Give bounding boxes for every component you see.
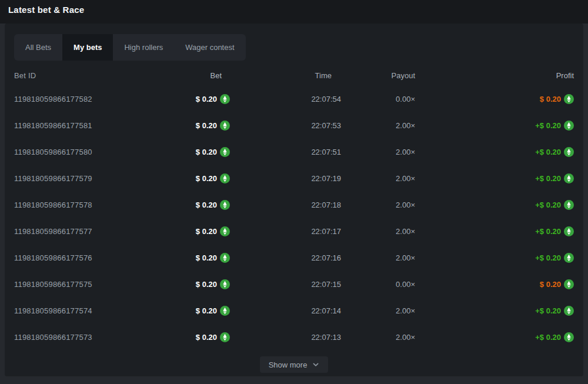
bet-id-cell: 119818059866177576: [14, 253, 155, 262]
column-header-profit: Profit: [415, 71, 574, 80]
payout-cell: 2.00×: [341, 253, 415, 262]
payout-cell: 2.00×: [341, 201, 415, 209]
show-more-button[interactable]: Show more: [260, 356, 329, 373]
time-cell: 22:07:17: [230, 227, 341, 236]
eth-coin-icon: [220, 200, 230, 210]
bet-id-cell: 119818059866177574: [14, 306, 155, 315]
bet-cell: $ 0.20: [155, 253, 230, 263]
table-row[interactable]: 119818059866177575 $ 0.20 22:07:15 0.00×…: [14, 271, 574, 298]
top-header: Latest bet & Race: [0, 0, 588, 24]
eth-coin-icon: [564, 200, 574, 210]
bet-cell: $ 0.20: [155, 279, 230, 289]
bet-cell: $ 0.20: [155, 173, 230, 183]
bet-amount: $ 0.20: [196, 253, 217, 262]
bet-cell: $ 0.20: [155, 94, 230, 104]
time-cell: 22:07:14: [230, 306, 341, 315]
table-row[interactable]: 119818059866177582 $ 0.20 22:07:54 0.00×…: [14, 86, 574, 112]
bet-id-cell: 119818059866177581: [14, 121, 155, 130]
profit-amount: +$ 0.20: [535, 227, 561, 236]
bet-id-cell: 119818059866177573: [14, 333, 155, 342]
eth-coin-icon: [220, 332, 230, 342]
bet-amount: $ 0.20: [196, 121, 217, 130]
profit-cell: +$ 0.20: [415, 200, 574, 210]
eth-coin-icon: [220, 94, 230, 104]
time-cell: 22:07:53: [230, 121, 341, 130]
column-header-time: Time: [230, 71, 341, 80]
profit-cell: +$ 0.20: [415, 226, 574, 236]
bet-id-cell: 119818059866177579: [14, 174, 155, 183]
eth-coin-icon: [564, 279, 574, 289]
tab-label: All Bets: [25, 43, 51, 52]
payout-cell: 2.00×: [341, 174, 415, 183]
eth-coin-icon: [564, 173, 574, 183]
eth-coin-icon: [564, 147, 574, 157]
time-cell: 22:07:54: [230, 95, 341, 103]
column-header-payout: Payout: [341, 71, 415, 80]
bets-tabbar: All Bets My bets High rollers Wager cont…: [14, 34, 246, 61]
bet-amount: $ 0.20: [196, 333, 217, 342]
latest-bets-panel: All Bets My bets High rollers Wager cont…: [5, 24, 583, 376]
profit-cell: +$ 0.20: [415, 253, 574, 263]
chevron-down-icon: [312, 361, 319, 368]
bet-id-cell: 119818059866177580: [14, 148, 155, 156]
profit-cell: +$ 0.20: [415, 332, 574, 342]
tab-wager-contest[interactable]: Wager contest: [174, 34, 245, 61]
table-row[interactable]: 119818059866177573 $ 0.20 22:07:13 2.00×…: [14, 324, 574, 350]
payout-cell: 0.00×: [341, 95, 415, 103]
profit-amount: +$ 0.20: [535, 306, 561, 315]
payout-cell: 2.00×: [341, 121, 415, 130]
table-row[interactable]: 119818059866177579 $ 0.20 22:07:19 2.00×…: [14, 165, 574, 192]
tab-label: Wager contest: [185, 43, 234, 52]
bet-id-cell: 119818059866177578: [14, 201, 155, 209]
bets-table-body: 119818059866177582 $ 0.20 22:07:54 0.00×…: [14, 86, 574, 350]
time-cell: 22:07:13: [230, 333, 341, 342]
profit-cell: +$ 0.20: [415, 306, 574, 316]
eth-coin-icon: [220, 253, 230, 263]
time-cell: 22:07:18: [230, 201, 341, 209]
column-header-bet: Bet: [155, 71, 230, 80]
bet-cell: $ 0.20: [155, 332, 230, 342]
table-row[interactable]: 119818059866177576 $ 0.20 22:07:16 2.00×…: [14, 245, 574, 271]
profit-amount: +$ 0.20: [535, 253, 561, 262]
payout-cell: 2.00×: [341, 227, 415, 236]
time-cell: 22:07:15: [230, 280, 341, 289]
eth-coin-icon: [564, 332, 574, 342]
payout-cell: 0.00×: [341, 280, 415, 289]
payout-cell: 2.00×: [341, 333, 415, 342]
table-row[interactable]: 119818059866177578 $ 0.20 22:07:18 2.00×…: [14, 192, 574, 218]
tab-all-bets[interactable]: All Bets: [14, 34, 62, 61]
time-cell: 22:07:16: [230, 253, 341, 262]
table-row[interactable]: 119818059866177581 $ 0.20 22:07:53 2.00×…: [14, 112, 574, 139]
bet-cell: $ 0.20: [155, 200, 230, 210]
bet-amount: $ 0.20: [196, 201, 217, 209]
profit-cell: +$ 0.20: [415, 147, 574, 157]
profit-amount: +$ 0.20: [535, 201, 561, 209]
payout-cell: 2.00×: [341, 306, 415, 315]
payout-cell: 2.00×: [341, 148, 415, 156]
tab-my-bets[interactable]: My bets: [62, 34, 113, 61]
eth-coin-icon: [220, 279, 230, 289]
show-more-label: Show more: [269, 360, 308, 369]
bet-cell: $ 0.20: [155, 226, 230, 236]
table-row[interactable]: 119818059866177574 $ 0.20 22:07:14 2.00×…: [14, 298, 574, 324]
profit-cell: +$ 0.20: [415, 121, 574, 131]
profit-amount: $ 0.20: [540, 280, 561, 289]
bet-amount: $ 0.20: [196, 227, 217, 236]
table-row[interactable]: 119818059866177580 $ 0.20 22:07:51 2.00×…: [14, 139, 574, 165]
bet-amount: $ 0.20: [196, 174, 217, 183]
profit-cell: $ 0.20: [415, 279, 574, 289]
table-header-row: Bet ID Bet Time Payout Profit: [14, 66, 574, 84]
bet-amount: $ 0.20: [196, 306, 217, 315]
bet-id-cell: 119818059866177575: [14, 280, 155, 289]
tab-label: My bets: [74, 43, 102, 52]
eth-coin-icon: [564, 253, 574, 263]
table-row[interactable]: 119818059866177577 $ 0.20 22:07:17 2.00×…: [14, 218, 574, 245]
bet-amount: $ 0.20: [196, 148, 217, 156]
eth-coin-icon: [564, 94, 574, 104]
bet-cell: $ 0.20: [155, 147, 230, 157]
profit-amount: +$ 0.20: [535, 148, 561, 156]
profit-cell: +$ 0.20: [415, 173, 574, 183]
bet-amount: $ 0.20: [196, 280, 217, 289]
bet-amount: $ 0.20: [196, 95, 217, 103]
tab-high-rollers[interactable]: High rollers: [113, 34, 174, 61]
